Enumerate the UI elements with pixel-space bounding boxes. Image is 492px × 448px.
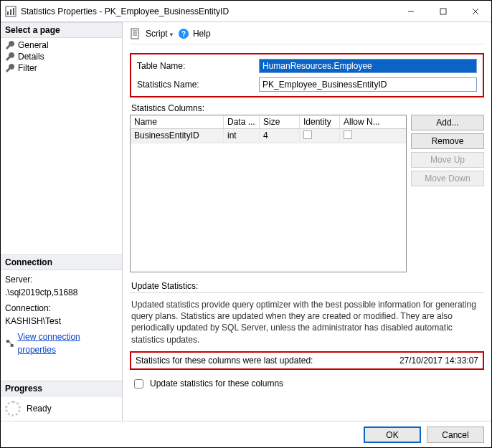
- last-updated-highlight-box: Statistics for these columns were last u…: [130, 351, 484, 370]
- statistics-columns-grid[interactable]: Name Data ... Size Identity Allow N... B…: [130, 115, 407, 272]
- column-header-name[interactable]: Name: [131, 115, 224, 128]
- cell-data-type: int: [224, 129, 260, 143]
- statistics-name-label: Statistics Name:: [137, 80, 259, 90]
- svg-rect-11: [131, 29, 138, 39]
- window-title: Statistics Properties - PK_Employee_Busi…: [21, 6, 394, 16]
- last-updated-value: 27/10/2017 14:33:07: [399, 356, 478, 366]
- cell-name: BusinessEntityID: [131, 129, 224, 143]
- script-dropdown[interactable]: Script ▼: [146, 29, 174, 39]
- view-connection-properties-link[interactable]: View connection properties: [18, 330, 118, 356]
- server-value: .\sql2019ctp,51688: [5, 286, 118, 299]
- sidebar-item-label: General: [18, 40, 49, 50]
- update-statistics-checkbox[interactable]: [134, 379, 143, 389]
- connection-heading: Connection: [1, 254, 122, 270]
- progress-status: Ready: [27, 404, 52, 414]
- divider: [130, 292, 484, 293]
- server-label: Server:: [5, 273, 118, 286]
- move-down-button: Move Down: [411, 171, 484, 186]
- cancel-button[interactable]: Cancel: [427, 426, 484, 443]
- select-page-heading: Select a page: [1, 22, 122, 38]
- checkbox-icon: [344, 130, 352, 139]
- minimize-button[interactable]: [394, 1, 427, 22]
- add-button[interactable]: Add...: [411, 115, 484, 130]
- wrench-icon: [5, 40, 15, 50]
- wrench-icon: [5, 52, 15, 62]
- sidebar: Select a page General Details Filter Con…: [1, 22, 123, 421]
- svg-rect-8: [6, 340, 9, 343]
- connection-properties-icon: [5, 338, 15, 348]
- column-header-size[interactable]: Size: [260, 115, 300, 128]
- dialog-footer: OK Cancel: [1, 421, 491, 448]
- checkbox-icon: [303, 130, 312, 139]
- svg-rect-2: [10, 9, 11, 15]
- sidebar-item-details[interactable]: Details: [4, 51, 119, 62]
- sidebar-item-general[interactable]: General: [4, 39, 119, 51]
- table-name-input[interactable]: [259, 59, 477, 73]
- column-header-data-type[interactable]: Data ...: [224, 115, 260, 128]
- update-statistics-label: Update Statistics:: [131, 281, 484, 291]
- cell-identity: [300, 129, 340, 143]
- cell-allow-nulls: [340, 129, 406, 143]
- title-bar: Statistics Properties - PK_Employee_Busi…: [1, 1, 491, 22]
- close-button[interactable]: [459, 1, 491, 22]
- names-highlight-box: Table Name: Statistics Name:: [130, 53, 484, 97]
- wrench-icon: [5, 63, 15, 73]
- progress-heading: Progress: [1, 381, 122, 396]
- cell-size: 4: [260, 129, 300, 143]
- sidebar-item-filter[interactable]: Filter: [4, 62, 119, 74]
- connection-label: Connection:: [5, 302, 118, 315]
- ok-button[interactable]: OK: [364, 426, 421, 443]
- svg-rect-1: [7, 11, 9, 15]
- table-name-label: Table Name:: [137, 61, 259, 71]
- sidebar-item-label: Details: [18, 52, 44, 62]
- update-statistics-checkbox-label: Update statistics for these columns: [150, 378, 283, 389]
- progress-spinner-icon: [5, 401, 21, 416]
- last-updated-label: Statistics for these columns were last u…: [136, 356, 313, 366]
- help-button[interactable]: Help: [193, 29, 211, 39]
- table-row[interactable]: BusinessEntityID int 4: [131, 129, 406, 143]
- app-icon: [5, 6, 16, 17]
- move-up-button: Move Up: [411, 152, 484, 168]
- remove-button[interactable]: Remove: [411, 133, 484, 149]
- statistics-name-input[interactable]: [259, 77, 477, 92]
- connection-value: KASHISH\Test: [5, 315, 118, 328]
- main-panel: Script ▼ ? Help Table Name: Statistics N…: [123, 22, 491, 421]
- chevron-down-icon: ▼: [169, 32, 174, 38]
- column-header-identity[interactable]: Identity: [300, 115, 340, 128]
- help-icon: ?: [179, 29, 189, 39]
- column-header-allow-nulls[interactable]: Allow N...: [340, 115, 406, 128]
- svg-rect-3: [13, 8, 14, 15]
- maximize-button[interactable]: [427, 1, 459, 22]
- statistics-columns-label: Statistics Columns:: [131, 103, 484, 113]
- svg-rect-5: [440, 9, 446, 14]
- script-icon: [130, 28, 141, 39]
- update-statistics-help-text: Updated statistics provide query optimiz…: [130, 297, 484, 351]
- sidebar-item-label: Filter: [18, 63, 37, 73]
